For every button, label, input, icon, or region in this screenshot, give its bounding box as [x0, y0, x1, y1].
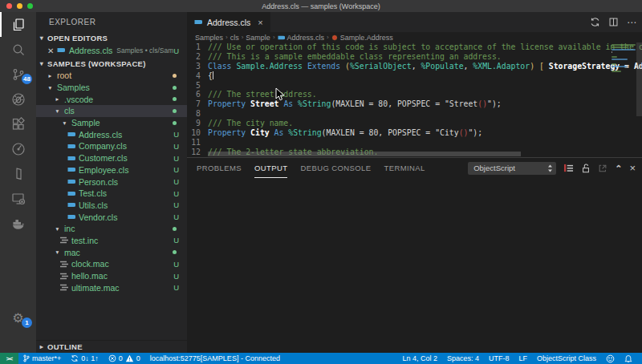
- code-editor[interactable]: 1/// Use or operation of this code is su…: [187, 42, 642, 157]
- minimap[interactable]: [612, 44, 636, 73]
- error-icon: [108, 354, 116, 362]
- tree-folder--vscode[interactable]: ▸.vscode: [36, 93, 187, 105]
- output-content[interactable]: [187, 178, 642, 353]
- git-status-badge: U: [173, 177, 187, 186]
- breadcrumb-item[interactable]: Address.cls: [278, 34, 325, 42]
- tree-file-person-cls[interactable]: Person.clsU: [36, 176, 187, 188]
- panel-tab-output[interactable]: OUTPUT: [254, 158, 287, 178]
- objectscript-explorer-icon[interactable]: [0, 136, 36, 161]
- gear-icon[interactable]: ⚙1: [0, 305, 36, 330]
- close-panel-icon[interactable]: ×: [629, 164, 636, 172]
- breadcrumb-label: cls: [230, 34, 239, 42]
- tree-folder-mac[interactable]: ▾mac: [36, 246, 187, 258]
- git-status-badge: U: [173, 212, 187, 221]
- vertical-scrollbar[interactable]: [636, 42, 642, 116]
- encoding-item[interactable]: UTF-8: [484, 353, 514, 364]
- status-bar: >< master*+ 0↓ 1↑ 0: [0, 353, 642, 364]
- clear-output-icon[interactable]: [563, 164, 574, 173]
- debug-icon[interactable]: [0, 87, 36, 111]
- close-tab-icon[interactable]: ×: [258, 18, 262, 27]
- git-sync-item[interactable]: 0↓ 1↑: [66, 353, 104, 364]
- breadcrumb-item[interactable]: cls: [230, 34, 239, 42]
- line-number: 2: [187, 52, 208, 62]
- output-channel-select[interactable]: ObjectScript: [468, 162, 556, 175]
- open-log-icon[interactable]: [598, 164, 607, 173]
- unlock-icon[interactable]: [581, 164, 591, 173]
- indentation-item[interactable]: Spaces: 4: [442, 353, 484, 364]
- compile-sync-icon[interactable]: [590, 17, 600, 27]
- tree-folder-cls[interactable]: ▾cls: [36, 105, 187, 117]
- problems-item[interactable]: 0 0: [104, 353, 145, 364]
- git-branch-item[interactable]: master*+: [18, 353, 66, 364]
- search-icon[interactable]: [0, 37, 36, 62]
- tree-file-company-cls[interactable]: Company.clsU: [36, 140, 187, 152]
- tab-address-cls[interactable]: Address.cls ×: [187, 12, 270, 32]
- line-number: 8: [187, 109, 208, 119]
- tree-file-test-cls[interactable]: Test.clsU: [36, 188, 187, 200]
- encoding-label: UTF-8: [489, 354, 510, 362]
- tree-item-label: .vscode: [64, 95, 173, 104]
- tree-file-clock-mac[interactable]: clock.macU: [36, 258, 187, 270]
- tree-file-customer-cls[interactable]: Customer.clsU: [36, 152, 187, 164]
- source-control-icon[interactable]: 48: [0, 62, 36, 87]
- tree-file-test-inc[interactable]: test.incU: [36, 235, 187, 247]
- panel-tab-debug-console[interactable]: DEBUG CONSOLE: [300, 158, 371, 178]
- server-connection-item[interactable]: localhost:52775[SAMPLES] - Connected: [145, 353, 285, 364]
- remote-explorer-icon[interactable]: [0, 186, 36, 211]
- code-line: 1/// Use or operation of this code is su…: [187, 42, 642, 52]
- section-open-editors[interactable]: ▾ OPEN EDITORS: [36, 31, 187, 44]
- cursor-position-item[interactable]: Ln 4, Col 2: [397, 353, 442, 364]
- remote-indicator[interactable]: ><: [0, 353, 18, 364]
- close-icon[interactable]: ✕: [47, 47, 57, 55]
- line-number: 9: [187, 119, 208, 128]
- tree-folder-samples[interactable]: ▾Samples: [36, 82, 187, 94]
- open-editor-item[interactable]: ✕ Address.cls Samples • cls/Sample U: [36, 44, 187, 57]
- tree-folder-sample[interactable]: ▾Sample: [36, 117, 187, 129]
- chevron-down-icon: ▾: [36, 60, 47, 67]
- minimize-window-button[interactable]: [17, 3, 22, 9]
- extensions-icon[interactable]: [0, 111, 36, 136]
- chevron-down-icon: ▾: [53, 249, 62, 256]
- panel-header: PROBLEMSOUTPUTDEBUG CONSOLETERMINAL Obje…: [187, 158, 642, 178]
- split-editor-icon[interactable]: [608, 17, 619, 27]
- files-icon[interactable]: [0, 12, 36, 37]
- eol-item[interactable]: LF: [514, 353, 532, 364]
- tree-item-label: clock.mac: [71, 259, 173, 269]
- tree-folder-inc[interactable]: ▾inc: [36, 223, 187, 235]
- breadcrumb-item[interactable]: Sample.Address: [331, 34, 393, 42]
- tree-folder-root[interactable]: ▸root: [36, 70, 187, 82]
- chevron-right-icon: ▸: [36, 343, 47, 350]
- tree-file-utils-cls[interactable]: Utils.clsU: [36, 200, 187, 212]
- section-workspace[interactable]: ▾ SAMPLES (WORKSPACE): [36, 57, 187, 70]
- tree-file-address-cls[interactable]: Address.clsU: [36, 128, 187, 140]
- zoom-window-button[interactable]: [27, 3, 33, 9]
- tree-file-hello-mac[interactable]: hello.macU: [36, 270, 187, 282]
- breadcrumb-item[interactable]: Sample: [246, 34, 270, 42]
- chevron-down-icon: ▾: [46, 84, 55, 91]
- close-window-button[interactable]: [6, 3, 12, 9]
- docker-icon[interactable]: [0, 211, 36, 236]
- section-outline[interactable]: ▸ OUTLINE: [36, 340, 187, 353]
- breadcrumb-item[interactable]: Samples: [195, 34, 223, 42]
- tree-file-employee-cls[interactable]: Employee.clsU: [36, 164, 187, 176]
- notebook-icon[interactable]: [0, 161, 36, 186]
- code-line: 4{: [187, 71, 642, 81]
- error-count: 0: [119, 354, 123, 362]
- code-line: 5: [187, 81, 642, 91]
- language-mode-item[interactable]: ObjectScript Class: [532, 353, 601, 364]
- panel-tab-problems[interactable]: PROBLEMS: [197, 158, 242, 178]
- maximize-panel-icon[interactable]: ⌃: [615, 164, 622, 172]
- language-mode-label: ObjectScript Class: [537, 354, 596, 362]
- more-actions-icon[interactable]: ⋯: [627, 17, 637, 28]
- title-bar: Address.cls — samples (Workspace): [0, 0, 642, 12]
- feedback-item[interactable]: [601, 353, 620, 364]
- git-status-badge: U: [173, 189, 187, 198]
- tree-file-ultimate-mac[interactable]: ultimate.macU: [36, 281, 187, 293]
- horizontal-scrollbar[interactable]: [208, 152, 521, 156]
- panel-tab-terminal[interactable]: TERMINAL: [384, 158, 425, 178]
- tree-item-label: Company.cls: [79, 141, 173, 151]
- breadcrumb-separator: ›: [226, 34, 228, 41]
- tree-file-vendor-cls[interactable]: Vendor.clsU: [36, 211, 187, 223]
- notifications-item[interactable]: [620, 353, 637, 364]
- code-line: 3Class Sample.Address Extends (%SerialOb…: [187, 62, 642, 71]
